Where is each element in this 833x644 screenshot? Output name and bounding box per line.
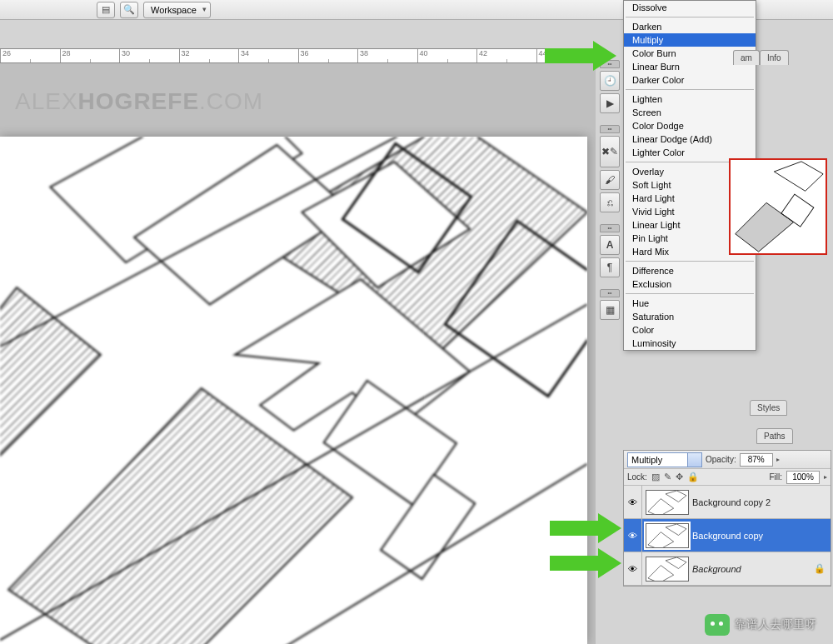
watermark-text: ALEXHOGREFE.COM xyxy=(15,88,263,115)
svg-marker-25 xyxy=(666,524,686,535)
visibility-toggle[interactable]: 👁 xyxy=(624,519,642,552)
visibility-toggle[interactable]: 👁 xyxy=(624,486,642,518)
lock-label: Lock: xyxy=(627,472,647,482)
histogram-tab[interactable]: am xyxy=(733,50,760,65)
blend-mode-item[interactable]: Linear Dodge (Add) xyxy=(624,132,756,146)
blend-mode-item[interactable]: Darken xyxy=(624,20,756,33)
collapsed-panel-dock: •• 🕘 ▶ •• ✖✎ 🖌 ⎌ •• A ¶ •• ▦ xyxy=(600,60,621,320)
dock-grip[interactable]: •• xyxy=(600,289,620,297)
wechat-icon xyxy=(705,614,730,636)
character-panel-icon[interactable]: A xyxy=(600,235,620,255)
fill-input[interactable]: 100% xyxy=(786,471,820,484)
blend-mode-item[interactable]: Screen xyxy=(624,106,756,119)
svg-marker-27 xyxy=(666,557,686,568)
blend-mode-item[interactable]: Lighten xyxy=(624,92,756,106)
blend-mode-item[interactable]: Hue xyxy=(624,297,756,310)
ruler-tick: 42 xyxy=(476,49,536,62)
paths-tab[interactable]: Paths xyxy=(756,428,793,444)
menu-separator xyxy=(626,17,754,17)
menu-separator xyxy=(626,261,754,262)
tool-presets-icon[interactable]: ✖✎ xyxy=(600,136,620,167)
blend-mode-item[interactable]: Lighter Color xyxy=(624,146,756,159)
ruler-tick: 26 xyxy=(0,49,60,62)
blend-mode-item[interactable]: Dissolve xyxy=(624,1,756,14)
callout-arrow xyxy=(550,513,625,543)
paragraph-panel-icon[interactable]: ¶ xyxy=(600,257,620,277)
blend-mode-item[interactable]: Exclusion xyxy=(624,277,756,291)
callout-arrow xyxy=(550,548,625,578)
ruler-tick: 32 xyxy=(179,49,239,62)
blend-mode-item[interactable]: Difference xyxy=(624,264,756,277)
styles-tab[interactable]: Styles xyxy=(750,400,787,416)
ruler-tick: 40 xyxy=(417,49,477,62)
layers-options-row: Multiply Opacity: 87% ▸ xyxy=(624,451,831,469)
svg-marker-22 xyxy=(648,498,674,514)
opacity-flyout-icon[interactable]: ▸ xyxy=(776,456,780,463)
svg-marker-26 xyxy=(648,565,674,581)
document-artboard xyxy=(0,137,587,644)
lock-pixels-icon[interactable]: ✎ xyxy=(664,472,671,482)
layer-blend-mode-dropdown[interactable]: Multiply xyxy=(627,452,702,467)
opacity-input[interactable]: 87% xyxy=(740,453,773,467)
workspace-label: Workspace xyxy=(151,5,197,15)
blend-mode-item[interactable]: Darker Color xyxy=(624,73,756,87)
layer-name: Background xyxy=(692,564,741,574)
layers-lock-row: Lock: ▨ ✎ ✥ 🔒 Fill: 100% ▸ xyxy=(624,469,831,486)
wechat-text: 靠谱人去哪里呀 xyxy=(735,617,816,632)
ruler-tick: 36 xyxy=(298,49,358,62)
menu-separator xyxy=(626,293,754,294)
architectural-sketch xyxy=(0,137,587,644)
lock-transparent-icon[interactable]: ▨ xyxy=(651,472,660,482)
blend-mode-item[interactable]: Color Dodge xyxy=(624,119,756,132)
lock-position-icon[interactable]: ✥ xyxy=(676,472,683,482)
blend-mode-item[interactable]: Multiply xyxy=(624,33,756,47)
layer-thumbnail[interactable] xyxy=(646,557,689,582)
workspace-dropdown[interactable]: Workspace xyxy=(143,2,211,18)
history-panel-icon[interactable]: 🕘 xyxy=(600,71,620,91)
watermark-pre: ALEX xyxy=(15,88,78,114)
bridge-icon-button[interactable]: 🔍 xyxy=(120,2,138,18)
svg-marker-23 xyxy=(666,491,686,502)
blend-mode-item[interactable]: Luminosity xyxy=(624,337,756,350)
blend-mode-item[interactable]: Color xyxy=(624,323,756,337)
layer-row[interactable]: 👁Background copy 2 xyxy=(624,486,831,519)
visibility-toggle[interactable]: 👁 xyxy=(624,552,642,585)
clone-source-icon[interactable]: ⎌ xyxy=(600,192,620,212)
ruler-tick: 34 xyxy=(238,49,298,62)
layers-list: 👁Background copy 2👁Background copy👁Backg… xyxy=(624,486,831,586)
callout-arrow xyxy=(545,41,620,71)
ruler-tick: 30 xyxy=(119,49,179,62)
layer-thumbnail[interactable] xyxy=(646,523,689,548)
horizontal-ruler: 26 28 30 32 34 36 38 40 42 44 xyxy=(0,48,596,63)
ruler-tick: 38 xyxy=(357,49,417,62)
canvas-area[interactable]: ALEXHOGREFE.COM xyxy=(0,63,596,644)
layer-row[interactable]: 👁Background copy xyxy=(624,519,831,552)
actions-panel-icon[interactable]: ▶ xyxy=(600,93,620,113)
layer-row[interactable]: 👁Background🔒 xyxy=(624,552,831,586)
menu-separator xyxy=(626,89,754,90)
ruler-tick: 28 xyxy=(60,49,120,62)
layers-panel: Multiply Opacity: 87% ▸ Lock: ▨ ✎ ✥ 🔒 Fi… xyxy=(623,450,831,587)
layer-comps-icon[interactable]: ▦ xyxy=(600,300,620,320)
wechat-watermark: 靠谱人去哪里呀 xyxy=(705,614,816,636)
layer-thumbnail[interactable] xyxy=(646,490,689,515)
dock-grip[interactable]: •• xyxy=(600,125,620,133)
layer-name: Background copy xyxy=(692,531,763,541)
lock-icon: 🔒 xyxy=(814,563,826,574)
navigator-tab-row: am Info xyxy=(733,50,789,65)
opacity-label: Opacity: xyxy=(706,455,736,464)
lock-all-icon[interactable]: 🔒 xyxy=(687,472,699,482)
watermark-post: .COM xyxy=(199,88,263,114)
fill-label: Fill: xyxy=(769,472,782,482)
watermark-bold: HOGREFE xyxy=(78,88,199,114)
layer-name: Background copy 2 xyxy=(692,497,771,507)
brushes-panel-icon[interactable]: 🖌 xyxy=(600,170,620,190)
navigator-thumbnail[interactable] xyxy=(729,158,827,255)
doc-icon-button[interactable]: ▤ xyxy=(97,2,115,18)
layer-blend-mode-value: Multiply xyxy=(631,455,662,465)
fill-flyout-icon[interactable]: ▸ xyxy=(824,473,827,481)
dock-grip[interactable]: •• xyxy=(600,224,620,232)
blend-mode-item[interactable]: Saturation xyxy=(624,310,756,323)
info-tab[interactable]: Info xyxy=(760,50,789,65)
svg-marker-24 xyxy=(648,532,674,547)
